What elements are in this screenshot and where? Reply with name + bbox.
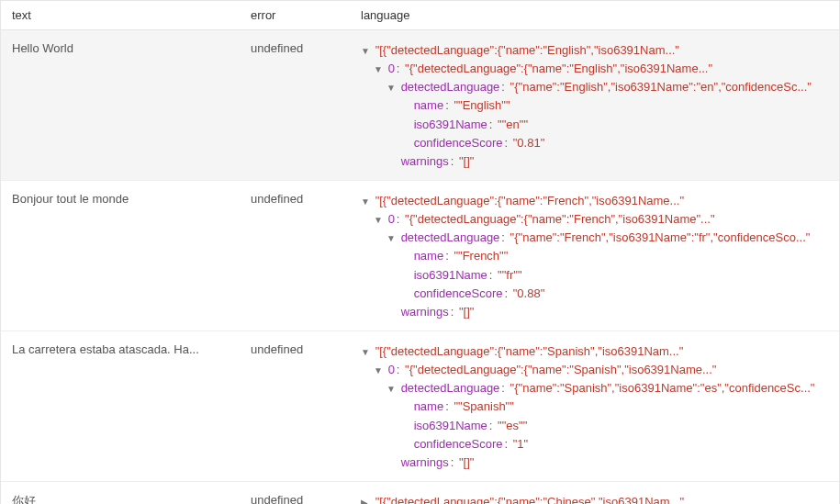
tree-value: "{"detectedLanguage":{"name":"English","… <box>405 62 712 75</box>
tree-node-iso: iso6391Name: ""es"" <box>361 417 828 435</box>
caret-down-icon[interactable] <box>374 62 383 77</box>
tree-node-confidence: confidenceScore: "1" <box>361 435 828 454</box>
tree-key: confidenceScore <box>414 437 503 451</box>
table-row[interactable]: Hello Worldundefined "[{"detectedLanguag… <box>1 30 839 181</box>
cell-language: "[{"detectedLanguage":{"name":"English",… <box>350 30 839 181</box>
col-header-error[interactable]: error <box>240 1 350 30</box>
table-row[interactable]: Bonjour tout le mondeundefined "[{"detec… <box>1 180 839 330</box>
tree-node-warnings: warnings: "[]" <box>361 454 828 472</box>
tree-key: detectedLanguage <box>401 80 500 94</box>
tree-value: "{"name":"Spanish","iso6391Name":"es","c… <box>510 381 815 395</box>
caret-down-icon[interactable] <box>361 44 370 59</box>
cell-error: undefined <box>240 330 350 481</box>
tree-node-index[interactable]: 0: "{"detectedLanguage":{"name":"Spanish… <box>361 361 828 379</box>
tree-node-iso: iso6391Name: ""fr"" <box>361 266 828 285</box>
tree-value: ""es"" <box>498 419 527 432</box>
cell-error: undefined <box>240 30 350 181</box>
cell-language: "[{"detectedLanguage":{"name":"Spanish",… <box>350 330 839 481</box>
tree-node-index[interactable]: 0: "{"detectedLanguage":{"name":"French"… <box>361 210 828 229</box>
tree-node-root[interactable]: "[{"detectedLanguage":{"name":"Chinese",… <box>361 493 828 504</box>
tree-node-name: name: ""Spanish"" <box>361 398 828 416</box>
tree-value: ""French"" <box>454 249 508 263</box>
cell-text: Bonjour tout le monde <box>1 180 240 330</box>
caret-down-icon[interactable] <box>386 382 396 397</box>
tree-node-root[interactable]: "[{"detectedLanguage":{"name":"English",… <box>361 41 828 60</box>
tree-value: "1" <box>513 437 528 451</box>
tree-node-name: name: ""French"" <box>361 247 828 265</box>
tree-key: 0 <box>388 212 395 226</box>
tree-value: "[{"detectedLanguage":{"name":"Spanish",… <box>375 344 684 358</box>
tree-key: detectedLanguage <box>401 230 500 244</box>
tree-value: "[]" <box>459 455 474 469</box>
tree-node-warnings: warnings: "[]" <box>361 303 828 321</box>
tree-value: "[]" <box>459 154 474 168</box>
tree-node-index[interactable]: 0: "{"detectedLanguage":{"name":"English… <box>361 60 828 78</box>
tree-value: "{"detectedLanguage":{"name":"Spanish","… <box>405 363 716 376</box>
table-header-row: text error language <box>1 1 839 30</box>
tree-node-confidence: confidenceScore: "0.81" <box>361 134 828 152</box>
cell-text: 你好 <box>1 481 240 504</box>
tree-node-detected-language[interactable]: detectedLanguage: "{"name":"French","iso… <box>361 229 828 247</box>
tree-key: iso6391Name <box>414 419 487 432</box>
tree-node-detected-language[interactable]: detectedLanguage: "{"name":"Spanish","is… <box>361 379 828 398</box>
cell-language: "[{"detectedLanguage":{"name":"French","… <box>350 180 839 330</box>
col-header-text[interactable]: text <box>1 1 240 30</box>
tree-node-root[interactable]: "[{"detectedLanguage":{"name":"French","… <box>361 192 828 210</box>
caret-down-icon[interactable] <box>386 231 396 246</box>
tree-value: "[{"detectedLanguage":{"name":"English",… <box>375 43 679 57</box>
tree-key: detectedLanguage <box>401 381 500 395</box>
tree-value: "0.88" <box>513 286 545 300</box>
tree-node-root[interactable]: "[{"detectedLanguage":{"name":"Spanish",… <box>361 342 828 361</box>
tree-key: name <box>414 98 444 112</box>
tree-key: 0 <box>388 363 395 376</box>
tree-value: "[{"detectedLanguage":{"name":"Chinese",… <box>375 495 684 504</box>
tree-value: "0.81" <box>513 136 545 150</box>
tree-key: warnings <box>401 305 449 319</box>
tree-node-detected-language[interactable]: detectedLanguage: "{"name":"English","is… <box>361 78 828 96</box>
caret-down-icon[interactable] <box>374 364 383 378</box>
col-header-language[interactable]: language <box>350 1 839 30</box>
tree-node-name: name: ""English"" <box>361 96 828 115</box>
caret-right-icon[interactable] <box>361 496 370 504</box>
tree-key: confidenceScore <box>414 286 503 300</box>
caret-down-icon[interactable] <box>361 345 370 360</box>
tree-key: 0 <box>388 62 395 75</box>
tree-value: "{"detectedLanguage":{"name":"French","i… <box>405 212 714 226</box>
tree-node-iso: iso6391Name: ""en"" <box>361 116 828 134</box>
tree-value: ""fr"" <box>498 268 521 282</box>
tree-key: iso6391Name <box>414 118 487 131</box>
tree-key: iso6391Name <box>414 268 487 282</box>
tree-value: ""Spanish"" <box>454 399 513 413</box>
tree-node-warnings: warnings: "[]" <box>361 152 828 171</box>
table-row[interactable]: 你好undefined "[{"detectedLanguage":{"name… <box>1 481 839 504</box>
tree-key: warnings <box>401 455 449 469</box>
caret-down-icon[interactable] <box>386 81 396 95</box>
cell-text: La carretera estaba atascada. Ha... <box>1 330 240 481</box>
cell-error: undefined <box>240 481 350 504</box>
tree-key: confidenceScore <box>414 136 503 150</box>
tree-value: "{"name":"French","iso6391Name":"fr","co… <box>510 230 811 244</box>
cell-error: undefined <box>240 180 350 330</box>
tree-node-confidence: confidenceScore: "0.88" <box>361 285 828 303</box>
tree-key: name <box>414 399 444 413</box>
tree-key: warnings <box>401 154 449 168</box>
cell-language: "[{"detectedLanguage":{"name":"Chinese",… <box>350 481 839 504</box>
results-table: text error language Hello Worldundefined… <box>1 1 839 504</box>
tree-value: "{"name":"English","iso6391Name":"en","c… <box>510 80 812 94</box>
caret-down-icon[interactable] <box>361 195 370 209</box>
tree-value: "[]" <box>459 305 474 319</box>
cell-text: Hello World <box>1 30 240 181</box>
tree-value: "[{"detectedLanguage":{"name":"French","… <box>375 194 684 207</box>
tree-value: ""en"" <box>498 118 528 131</box>
table-row[interactable]: La carretera estaba atascada. Ha...undef… <box>1 330 839 481</box>
caret-down-icon[interactable] <box>374 213 383 228</box>
tree-value: ""English"" <box>454 98 510 112</box>
tree-key: name <box>414 249 444 263</box>
